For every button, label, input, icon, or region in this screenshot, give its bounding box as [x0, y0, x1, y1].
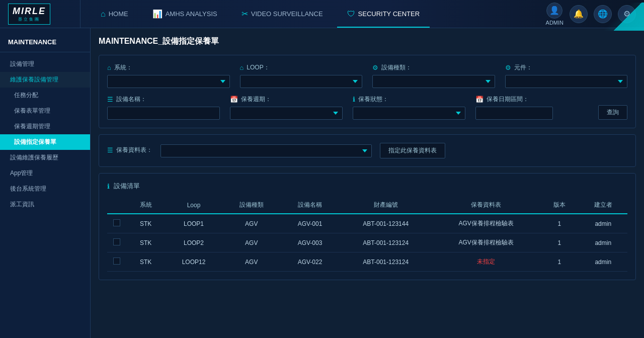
sidebar-item-dispatch-info[interactable]: 派工資訊: [0, 197, 90, 212]
col-checkbox: [107, 197, 126, 214]
notification-button[interactable]: 🔔: [570, 5, 588, 23]
nav-home[interactable]: ⌂ HOME: [91, 0, 138, 28]
filter-maintenance-date-label: 📅 保養日期區間：: [475, 95, 588, 104]
filter-system-label: ⌂ 系統：: [107, 63, 230, 72]
row-checkbox-cell: [107, 252, 126, 272]
row-maintenance-table: AGV保養排程檢驗表: [432, 233, 540, 252]
maintenance-status-icon: ℹ: [353, 96, 355, 103]
component-select[interactable]: [505, 75, 628, 88]
maintenance-period-select[interactable]: [230, 107, 343, 120]
logo-text-bottom: 墨立集團: [18, 17, 40, 22]
filter-row-2: ☰ 設備名稱： 📅 保養週期： ℹ: [107, 95, 627, 120]
filter-equipment-name-label: ☰ 設備名稱：: [107, 95, 220, 104]
loop-select[interactable]: [240, 75, 363, 88]
col-version: 版本: [540, 197, 579, 214]
row-type: AGV: [222, 252, 281, 272]
nav-security[interactable]: 🛡 SECURITY CENTER: [337, 0, 430, 28]
logo-area: MIRLE 墨立集團: [0, 0, 80, 28]
col-name: 設備名稱: [281, 197, 340, 214]
table-header-row: 系統 Loop 設備種類 設備名稱 財產編號 保養資料表 版本 建立者: [107, 197, 627, 214]
row-name: AGV-003: [281, 233, 340, 252]
loop-icon: ⌂: [240, 64, 244, 71]
assign-label-icon: ☰: [107, 146, 113, 154]
sidebar-item-app-mgmt[interactable]: App管理: [0, 165, 90, 181]
content-area: MAINTENANCE_設備指定保養單 ⌂ 系統： ⌂ LOOP: [91, 28, 644, 338]
assign-panel: ☰ 保養資料表： 指定此保養資料表: [99, 134, 636, 167]
col-asset: 財產編號: [339, 197, 432, 214]
row-creator: admin: [579, 214, 627, 233]
sidebar-item-equipment-mgmt[interactable]: 設備管理: [0, 56, 90, 72]
equipment-type-select[interactable]: [372, 75, 495, 88]
row-system: STK: [126, 214, 165, 233]
row-name: AGV-001: [281, 214, 340, 233]
col-loop: Loop: [165, 197, 222, 214]
nav-amhs[interactable]: 📊 AMHS ANALYSIS: [142, 0, 227, 28]
filter-row-1: ⌂ 系統： ⌂ LOOP：: [107, 63, 627, 88]
row-system: STK: [126, 252, 165, 272]
sidebar-item-maintenance-mgmt[interactable]: 維護保養設備管理: [0, 72, 90, 88]
row-version: 1: [540, 252, 579, 272]
table-row: STK LOOP2 AGV AGV-003 ABT-001-123124 AGV…: [107, 233, 627, 252]
nav-amhs-label: AMHS ANALYSIS: [166, 10, 217, 18]
table-row: STK LOOP12 AGV AGV-022 ABT-001-123124 未指…: [107, 252, 627, 272]
home-icon: ⌂: [101, 10, 106, 19]
col-type: 設備種類: [222, 197, 281, 214]
table-title-icon: ℹ: [107, 183, 110, 190]
row-checkbox[interactable]: [113, 219, 120, 226]
admin-avatar: 👤: [546, 3, 562, 19]
filter-component: ⚙ 元件：: [505, 63, 628, 88]
table-panel: ℹ 設備清單 系統 Loop 設備種類 設備名稱 財產編號 保養資料表 版本 建…: [99, 173, 636, 280]
sidebar-item-backend-mgmt[interactable]: 後台系統管理: [0, 181, 90, 197]
filter-panel: ⌂ 系統： ⌂ LOOP：: [99, 55, 636, 128]
nav-security-label: SECURITY CENTER: [358, 10, 420, 18]
row-checkbox[interactable]: [113, 238, 120, 245]
component-icon: ⚙: [505, 64, 511, 71]
sidebar-item-maintenance-history[interactable]: 設備維護保養履歷: [0, 150, 90, 165]
row-loop: LOOP1: [165, 214, 222, 233]
row-version: 1: [540, 233, 579, 252]
logo-text-top: MIRLE: [13, 6, 46, 17]
sidebar-item-maintenance-form[interactable]: 保養表單管理: [0, 103, 90, 119]
system-select[interactable]: [107, 75, 230, 88]
row-checkbox[interactable]: [113, 258, 120, 265]
row-loop: LOOP12: [165, 252, 222, 272]
page-title: MAINTENANCE_設備指定保養單: [99, 36, 636, 47]
sidebar-item-equipment-maintenance[interactable]: 設備指定保養單: [0, 134, 90, 150]
table-row: STK LOOP1 AGV AGV-001 ABT-001-123144 AGV…: [107, 214, 627, 233]
filter-loop: ⌂ LOOP：: [240, 63, 363, 88]
maintenance-status-select[interactable]: [353, 107, 465, 120]
filter-maintenance-period: 📅 保養週期：: [230, 95, 343, 120]
query-button[interactable]: 查詢: [598, 105, 627, 120]
header-decoration: [599, 3, 644, 31]
sidebar-item-task-assign[interactable]: 任務分配: [0, 88, 90, 103]
maintenance-date-input[interactable]: [475, 107, 553, 120]
row-maintenance-table: 未指定: [432, 252, 540, 272]
main-layout: MAINTENANCE 設備管理 維護保養設備管理 任務分配 保養表單管理 保養…: [0, 28, 644, 338]
nav-video-label: VIDEO SURVEILLANCE: [251, 10, 323, 18]
filter-maintenance-date: 📅 保養日期區間：: [475, 95, 588, 120]
sidebar-item-maintenance-period[interactable]: 保養週期管理: [0, 119, 90, 134]
nav-menu: ⌂ HOME 📊 AMHS ANALYSIS ✂ VIDEO SURVEILLA…: [80, 0, 538, 28]
filter-maintenance-status: ℹ 保養狀態：: [353, 95, 465, 120]
maintenance-date-icon: 📅: [475, 96, 484, 103]
security-icon: 🛡: [347, 10, 355, 19]
sidebar-title: MAINTENANCE: [0, 34, 90, 52]
row-checkbox-cell: [107, 214, 126, 233]
row-asset-no: ABT-001-123124: [339, 233, 432, 252]
system-icon: ⌂: [107, 64, 111, 71]
admin-button[interactable]: 👤 ADMIN: [546, 3, 564, 26]
row-type: AGV: [222, 233, 281, 252]
row-asset-no: ABT-001-123144: [339, 214, 432, 233]
assign-select[interactable]: [160, 144, 372, 157]
header-right: 👤 ADMIN 🔔 🌐 ⚙: [538, 3, 644, 26]
nav-home-label: HOME: [109, 10, 128, 18]
filter-equipment-type: ⚙ 設備種類：: [372, 63, 495, 88]
assign-row: ☰ 保養資料表： 指定此保養資料表: [107, 143, 627, 158]
equipment-name-input[interactable]: [107, 107, 220, 120]
filter-maintenance-period-label: 📅 保養週期：: [230, 95, 343, 104]
row-version: 1: [540, 214, 579, 233]
header: MIRLE 墨立集團 ⌂ HOME 📊 AMHS ANALYSIS ✂ VIDE…: [0, 0, 644, 28]
table-title: ℹ 設備清單: [107, 182, 627, 191]
assign-button[interactable]: 指定此保養資料表: [380, 143, 445, 158]
nav-video[interactable]: ✂ VIDEO SURVEILLANCE: [231, 0, 333, 28]
